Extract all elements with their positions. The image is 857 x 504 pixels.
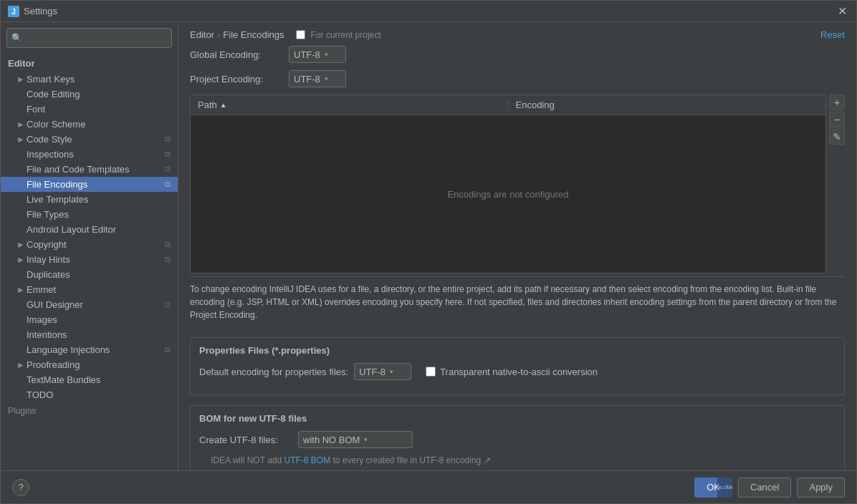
sidebar-item-label: Color Scheme: [27, 119, 85, 130]
remove-encoding-button[interactable]: −: [829, 112, 845, 127]
project-encoding-value: UTF-8: [294, 74, 320, 84]
sidebar-item-emmet[interactable]: ▶ Emmet: [1, 282, 178, 297]
sidebar-item-smart-keys[interactable]: ▶ Smart Keys: [1, 72, 178, 87]
reset-button[interactable]: Reset: [820, 29, 845, 40]
sidebar-item-gui-designer[interactable]: ▶ GUI Designer ⧉: [1, 297, 178, 312]
sidebar-item-file-encodings[interactable]: ▶ File Encodings ⧉: [1, 177, 178, 192]
project-encoding-select[interactable]: UTF-8 ▾: [289, 70, 346, 87]
global-encoding-select[interactable]: UTF-8 ▾: [289, 46, 346, 63]
copy-icon: ⧉: [165, 150, 171, 159]
close-button[interactable]: ✕: [835, 4, 849, 18]
sidebar-item-label: Emmet: [27, 284, 56, 295]
dropdown-arrow-icon: ▾: [325, 75, 328, 82]
sidebar-item-duplicates[interactable]: ▶ Duplicates: [1, 267, 178, 282]
bom-note-prefix: IDEA will NOT add: [211, 455, 284, 465]
path-header-label: Path: [198, 100, 217, 110]
search-icon: 🔍: [11, 33, 22, 43]
window-title: Settings: [24, 6, 835, 16]
global-encoding-row: Global Encoding: UTF-8 ▾: [190, 46, 845, 63]
default-encoding-label: Default encoding for properties files:: [199, 367, 348, 377]
copy-icon: ⧉: [165, 180, 171, 189]
footer: ? OK https://blo... Cancel Apply: [1, 470, 856, 503]
sidebar-item-inlay-hints[interactable]: ▶ Inlay Hints ⧉: [1, 252, 178, 267]
breadcrumb-current: File Encodings: [223, 29, 284, 40]
sidebar-item-live-templates[interactable]: ▶ Live Templates: [1, 192, 178, 207]
create-utf8-value: with NO BOM: [303, 435, 360, 445]
sidebar-item-label: TODO: [27, 389, 53, 400]
svg-text:J: J: [11, 8, 16, 16]
sidebar-item-label: Language Injections: [27, 344, 110, 355]
table-body-empty: Encodings are not configured: [191, 115, 825, 273]
footer-left: ?: [12, 479, 29, 496]
sidebar-item-intentions[interactable]: ▶ Intentions: [1, 327, 178, 342]
main-body: Global Encoding: UTF-8 ▾ Project Encodin…: [178, 46, 856, 470]
sidebar-item-copyright[interactable]: ▶ Copyright ⧉: [1, 237, 178, 252]
bom-section-title: BOM for new UTF-8 files: [199, 413, 836, 424]
sidebar-item-label: Inlay Hints: [27, 254, 70, 265]
sidebar-item-label: Live Templates: [27, 194, 88, 205]
for-project-label: For current project: [311, 30, 381, 40]
properties-section: Properties Files (*.properties) Default …: [190, 337, 845, 395]
default-encoding-row: Default encoding for properties files: U…: [199, 363, 836, 380]
sidebar-editor-label: Editor: [1, 54, 178, 72]
sidebar-item-android-layout-editor[interactable]: ▶ Android Layout Editor: [1, 222, 178, 237]
edit-encoding-button[interactable]: ✎: [829, 129, 845, 145]
sidebar-item-code-style[interactable]: ▶ Code Style ⧉: [1, 132, 178, 147]
table-action-buttons: + − ✎: [829, 94, 845, 145]
bom-note: IDEA will NOT add UTF-8 BOM to every cre…: [211, 455, 836, 465]
sidebar-item-label: File and Code Templates: [27, 164, 130, 175]
sidebar-item-label: Android Layout Editor: [27, 224, 116, 235]
create-utf8-label: Create UTF-8 files:: [199, 435, 292, 445]
apply-button[interactable]: Apply: [797, 478, 845, 498]
dropdown-arrow-icon: ▾: [364, 436, 368, 443]
search-input[interactable]: [25, 33, 167, 44]
global-encoding-label: Global Encoding:: [190, 49, 283, 60]
sidebar-item-inspections[interactable]: ▶ Inspections ⧉: [1, 147, 178, 162]
sidebar-item-file-and-code-templates[interactable]: ▶ File and Code Templates ⧉: [1, 162, 178, 177]
sidebar-item-todo[interactable]: ▶ TODO: [1, 387, 178, 402]
settings-dialog: J Settings ✕ 🔍 Editor ▶ Smart Keys ▶ Cod…: [0, 0, 857, 504]
create-utf8-row: Create UTF-8 files: with NO BOM ▾: [199, 431, 836, 448]
breadcrumb: Editor › File Encodings: [190, 29, 284, 40]
copy-icon: ⧉: [165, 300, 171, 309]
search-box[interactable]: 🔍: [6, 28, 172, 48]
sidebar-item-label: Copyright: [27, 239, 67, 250]
dropdown-arrow-icon: ▾: [325, 51, 328, 58]
sidebar: 🔍 Editor ▶ Smart Keys ▶ Code Editing ▶ F…: [1, 22, 178, 470]
copy-icon: ⧉: [165, 135, 171, 144]
sort-icon: ▲: [220, 101, 227, 109]
sidebar-item-label: Smart Keys: [27, 74, 75, 84]
sidebar-item-images[interactable]: ▶ Images: [1, 312, 178, 327]
project-encoding-row: Project Encoding: UTF-8 ▾: [190, 70, 845, 87]
transparent-conversion-checkbox[interactable]: [426, 367, 436, 377]
for-current-project-checkbox[interactable]: [296, 30, 305, 39]
sidebar-item-plugins[interactable]: Plugins: [1, 404, 178, 418]
create-utf8-select[interactable]: with NO BOM ▾: [298, 431, 413, 448]
chevron-icon: ▶: [18, 135, 24, 143]
utf8-bom-link[interactable]: UTF-8 BOM: [284, 455, 330, 465]
sidebar-item-color-scheme[interactable]: ▶ Color Scheme: [1, 117, 178, 132]
sidebar-item-language-injections[interactable]: ▶ Language Injections ⧉: [1, 342, 178, 357]
sidebar-item-label: Inspections: [27, 149, 74, 160]
encoding-column-header: Encoding: [509, 100, 826, 110]
chevron-icon: ▶: [18, 256, 24, 263]
sidebar-item-file-types[interactable]: ▶ File Types: [1, 207, 178, 222]
sidebar-item-label: Code Style: [27, 134, 72, 145]
sidebar-item-label: Plugins: [8, 406, 36, 416]
sidebar-item-textmate-bundles[interactable]: ▶ TextMate Bundles: [1, 372, 178, 387]
global-encoding-value: UTF-8: [294, 49, 320, 60]
properties-encoding-select[interactable]: UTF-8 ▾: [354, 363, 411, 380]
cancel-button[interactable]: Cancel: [738, 478, 791, 498]
sidebar-item-label: File Types: [27, 209, 69, 220]
bom-section: BOM for new UTF-8 files Create UTF-8 fil…: [190, 405, 845, 470]
dropdown-arrow-icon: ▾: [390, 368, 393, 375]
sidebar-item-label: Proofreading: [27, 359, 80, 370]
add-encoding-button[interactable]: +: [829, 94, 845, 110]
sidebar-item-proofreading[interactable]: ▶ Proofreading: [1, 357, 178, 372]
help-button[interactable]: ?: [12, 479, 29, 496]
transparent-conversion-row: Transparent native-to-ascii conversion: [426, 367, 598, 377]
sidebar-item-label: Duplicates: [27, 269, 70, 280]
transparent-conversion-label: Transparent native-to-ascii conversion: [440, 367, 598, 377]
sidebar-item-code-editing[interactable]: ▶ Code Editing: [1, 87, 178, 102]
sidebar-item-font[interactable]: ▶ Font: [1, 102, 178, 117]
